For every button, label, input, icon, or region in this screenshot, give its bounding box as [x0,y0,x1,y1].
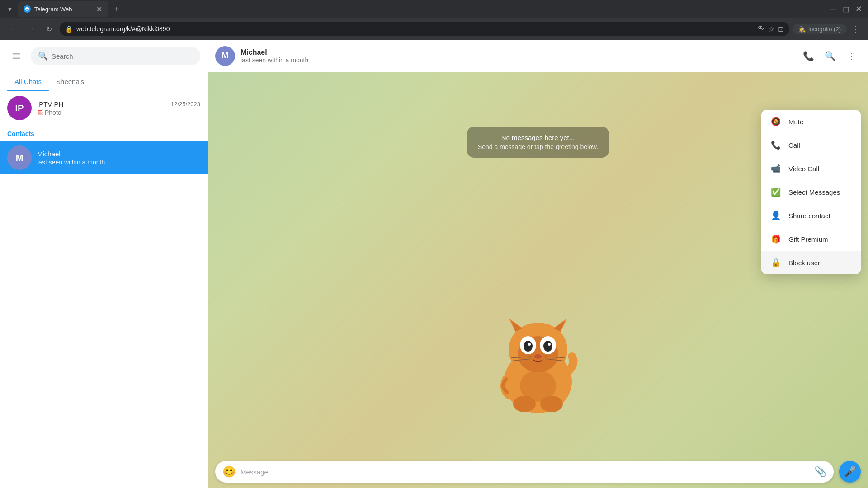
chat-date: 12/25/2023 [171,101,200,108]
incognito-badge[interactable]: 🕵 Incognito (2) [793,24,846,34]
voice-message-button[interactable]: 🎤 [839,461,861,483]
svg-point-5 [524,341,533,352]
svg-point-9 [534,354,542,359]
svg-point-16 [520,370,556,402]
reload-button[interactable]: ↻ [42,22,56,36]
attach-button[interactable]: 📎 [814,466,826,478]
no-messages-bubble: No messages here yet... Send a message o… [467,127,609,158]
message-input[interactable] [241,468,810,476]
chat-name: IPTV PH [37,100,63,108]
emoji-button[interactable]: 😊 [222,465,236,478]
url-text: web.telegram.org/k/#@Nikki0890 [76,25,754,33]
gift-icon: 🎁 [770,234,781,244]
share-contact-icon: 👤 [770,210,781,221]
chat-header-info: Michael last seen within a month [241,48,799,64]
search-icon: 🔍 [38,51,48,61]
search-box[interactable]: 🔍 [31,47,200,65]
new-tab-button[interactable]: + [110,3,123,15]
block-icon: 🔒 [770,257,781,268]
video-call-icon: 📹 [770,163,781,174]
chat-header: M Michael last seen within a month 📞 🔍 ⋮ [208,40,868,72]
extensions-button[interactable]: ⋮ [848,22,863,36]
restore-button[interactable]: ◻ [840,3,852,15]
telegram-favicon [24,5,31,13]
address-bar[interactable]: 🔒 web.telegram.org/k/#@Nikki0890 👁 ☆ ⊡ [60,22,789,36]
no-messages-title: No messages here yet... [478,134,598,141]
chat-item-info: IPTV PH 12/25/2023 🖼 Photo [37,100,200,116]
context-menu-item-share-contact[interactable]: 👤 Share contact [761,204,861,227]
block-user-label: Block user [788,259,852,267]
no-messages-subtitle: Send a message or tap the greeting below… [478,143,598,150]
chat-input-area: 😊 📎 🎤 [208,455,868,488]
gift-premium-label: Gift Premium [788,235,852,243]
select-icon: ✅ [770,187,781,197]
context-menu-item-video-call[interactable]: 📹 Video Call [761,157,861,180]
call-header-button[interactable]: 📞 [799,47,817,65]
mute-label: Mute [788,118,852,126]
incognito-icon: 🕵 [798,26,806,33]
svg-point-7 [528,343,531,346]
browser-window: ▼ Telegram Web ✕ + ─ ◻ ✕ ← → ↻ 🔒 [0,0,868,488]
mute-icon: 🔕 [770,116,781,127]
chat-item-michael[interactable]: M Michael last seen within a month [0,141,208,174]
message-input-box[interactable]: 😊 📎 [215,461,834,483]
context-menu-item-block-user[interactable]: 🔒 Block user [761,251,861,274]
avatar: M [7,145,32,170]
avatar: IP [7,96,32,120]
svg-point-6 [543,341,552,352]
context-menu-item-mute[interactable]: 🔕 Mute [761,110,861,133]
eye-slash-icon: 👁 [757,25,764,33]
tab-all-chats[interactable]: All Chats [7,72,49,91]
chat-header-actions: 📞 🔍 ⋮ [799,47,861,65]
tab-list-arrow[interactable]: ▼ [4,3,16,15]
contacts-section-label: Contacts [0,125,208,141]
sticker [488,309,588,415]
tab-title: Telegram Web [34,6,91,13]
chat-preview: 🖼 Photo [37,109,200,116]
chat-item-iptv[interactable]: IP IPTV PH 12/25/2023 🖼 Photo [0,91,208,125]
tab-bar: ▼ Telegram Web ✕ + ─ ◻ ✕ [0,0,868,18]
chat-item-info: Michael last seen within a month [37,150,200,166]
chat-header-avatar: M [215,46,235,66]
chat-area: M Michael last seen within a month 📞 🔍 ⋮ [208,40,868,488]
svg-point-8 [548,343,551,346]
security-lock-icon: 🔒 [65,25,73,33]
tab-sheenas[interactable]: Sheena's [49,72,91,91]
contact-name: Michael [37,150,61,158]
context-menu-item-select-messages[interactable]: ✅ Select Messages [761,180,861,204]
tab-close-button[interactable]: ✕ [95,5,103,13]
context-menu: 🔕 Mute 📞 Call 📹 Video Call ✅ Select Mess… [761,110,861,274]
chat-contact-name: Michael [241,48,799,56]
star-icon: ☆ [768,25,774,33]
sidebar-header: 🔍 [0,40,208,72]
telegram-tab[interactable]: Telegram Web ✕ [18,1,108,17]
close-button[interactable]: ✕ [853,3,864,15]
search-input[interactable] [52,52,193,60]
chat-tabs: All Chats Sheena's [0,72,208,91]
incognito-label: Incognito (2) [808,26,841,33]
call-icon: 📞 [770,140,781,150]
sidebar: 🔍 All Chats Sheena's IP [0,40,208,488]
forward-button[interactable]: → [24,22,38,36]
contact-status: last seen within a month [37,159,200,166]
call-label: Call [788,141,852,149]
share-contact-label: Share contact [788,212,852,220]
video-call-label: Video Call [788,165,852,173]
photo-icon: 🖼 [37,109,43,116]
back-button[interactable]: ← [5,22,20,36]
search-header-button[interactable]: 🔍 [821,47,839,65]
select-messages-label: Select Messages [788,188,852,196]
hamburger-menu-button[interactable] [7,47,25,65]
browser-toolbar: ← → ↻ 🔒 web.telegram.org/k/#@Nikki0890 👁… [0,18,868,40]
telegram-app: 🔍 All Chats Sheena's IP [0,40,868,488]
chat-contact-status: last seen within a month [241,56,799,64]
more-options-button[interactable]: ⋮ [843,47,861,65]
context-menu-item-gift-premium[interactable]: 🎁 Gift Premium [761,227,861,251]
chat-list: IP IPTV PH 12/25/2023 🖼 Photo C [0,91,208,488]
minimize-button[interactable]: ─ [827,3,839,15]
context-menu-item-call[interactable]: 📞 Call [761,133,861,157]
split-view-icon: ⊡ [778,25,784,33]
